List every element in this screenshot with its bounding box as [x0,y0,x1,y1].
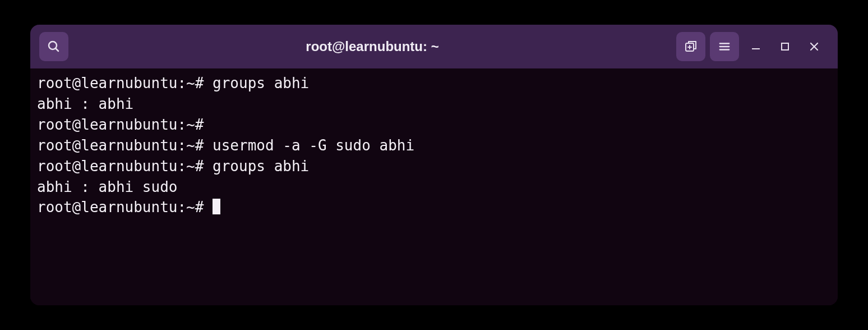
new-tab-button[interactable] [676,32,705,61]
terminal-line: root@learnubuntu:~# usermod -a -G sudo a… [37,135,831,156]
terminal-line: root@learnubuntu:~# [37,197,831,218]
hamburger-icon [718,40,731,53]
terminal-line: root@learnubuntu:~# groups abhi [37,156,831,177]
window-title: root@learnubuntu: ~ [73,39,672,54]
terminal-body[interactable]: root@learnubuntu:~# groups abhi abhi : a… [30,68,838,305]
menu-button[interactable] [710,32,739,61]
terminal-line: abhi : abhi [37,94,831,114]
terminal-line: root@learnubuntu:~# groups abhi [37,73,831,94]
titlebar: root@learnubuntu: ~ [30,25,838,68]
close-icon [809,42,819,52]
svg-line-1 [56,48,58,51]
cursor [213,199,220,214]
minimize-icon [751,42,761,52]
maximize-icon [781,42,789,51]
search-icon [47,40,61,53]
window-controls [750,41,820,52]
close-button[interactable] [809,41,820,52]
maximize-button[interactable] [779,41,791,52]
search-button[interactable] [39,32,68,61]
new-tab-icon [684,40,698,53]
terminal-line: root@learnubuntu:~# [37,114,831,135]
terminal-line: abhi : abhi sudo [37,177,831,198]
svg-rect-9 [782,43,788,50]
minimize-button[interactable] [750,41,761,52]
terminal-window: root@learnubuntu: ~ [30,25,838,305]
